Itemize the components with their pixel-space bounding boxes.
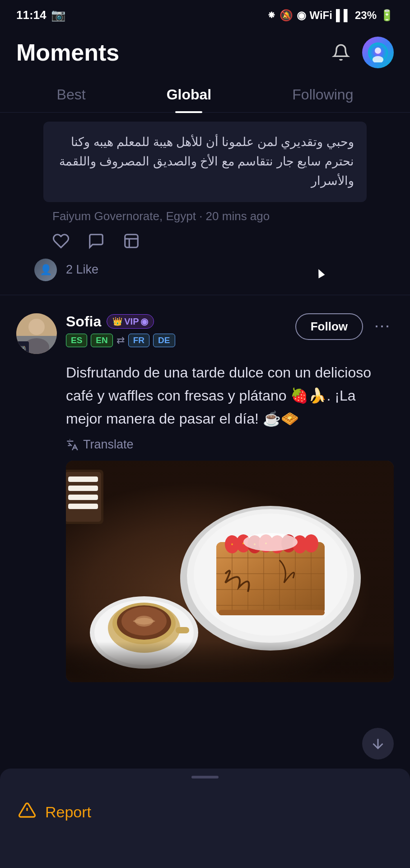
follow-button[interactable]: Follow [295,313,363,340]
tab-best[interactable]: Best [48,82,95,108]
lang-es-badge: ES [66,334,87,347]
svg-rect-17 [176,627,189,633]
sofia-post: 🎮 Sofia 👑 VIP ◉ ES EN ⇄ [0,304,410,692]
wifi-icon: WiFi [310,9,332,22]
svg-rect-52 [219,610,325,615]
lang-en-badge: EN [91,334,112,347]
vip-badge: 👑 VIP ◉ [107,314,154,329]
report-row[interactable]: Report [0,792,410,832]
share-button[interactable] [123,232,140,250]
location-icon: ◉ [297,9,306,22]
post-location: Faiyum Governorate, Egypt [52,209,196,223]
arabic-post-text: وحبي وتقديري لمن علمونا أن للأهل هيبة لل… [59,135,354,188]
post-header-actions: Follow ⋯ [295,313,394,340]
mute-icon: 🔕 [280,9,293,22]
svg-rect-22 [68,495,98,500]
page-title: Moments [16,39,119,66]
comment-button[interactable] [88,232,105,250]
sofia-post-text: Disfrutando de una tarde dulce con un de… [66,361,394,431]
post-separator: · [199,209,205,223]
tabs-container: Best Global Following [0,73,410,113]
top-post-partial: وحبي وتقديري لمن علمونا أن للأهل هيبة لل… [0,113,410,286]
notifications-button[interactable] [329,40,353,65]
bluetooth-icon: ⁕ [267,9,276,22]
battery-icon: 🔋 [380,9,394,22]
svg-rect-20 [68,476,98,482]
like-button[interactable] [52,232,70,250]
signal-icon: ▌▌ [336,9,351,22]
svg-point-5 [28,319,45,335]
translate-label: Translate [83,438,134,452]
svg-rect-3 [125,234,138,247]
post-location-time: Faiyum Governorate, Egypt · 20 mins ago [16,202,394,228]
svg-point-51 [243,533,298,551]
user-details: Sofia 👑 VIP ◉ ES EN ⇄ FR DE [66,313,175,347]
avatar-game-badge: 🎮 [16,341,29,354]
likes-row: 👤 2 Like [16,254,394,286]
bottom-sheet-handle [191,776,219,778]
post-actions [16,228,394,254]
sofia-username: Sofia [66,313,101,330]
sofia-post-image[interactable] [66,461,394,682]
status-bar: 11:14 📷 ⁕ 🔕 ◉ WiFi ▌▌ 23% 🔋 [0,0,410,28]
bottom-sheet: Report [0,769,410,868]
lang-arrow-icon: ⇄ [116,335,125,346]
lang-de-badge: DE [153,334,175,347]
more-options-button[interactable]: ⋯ [370,315,394,338]
user-name-row: Sofia 👑 VIP ◉ [66,313,175,330]
post-user-info: 🎮 Sofia 👑 VIP ◉ ES EN ⇄ [16,313,175,354]
svg-point-47 [231,543,233,545]
translate-row[interactable]: Translate [66,438,394,452]
time-display: 11:14 [16,8,47,22]
lang-fr-badge: FR [128,334,149,347]
crown-icon: 👑 [112,316,122,326]
post-header: 🎮 Sofia 👑 VIP ◉ ES EN ⇄ [16,313,394,354]
header-icons [329,37,394,68]
scroll-down-button[interactable] [362,728,394,760]
svg-rect-21 [68,486,98,491]
user-avatar-button[interactable] [362,37,394,68]
arabic-text-box: وحبي وتقديري لمن علمونا أن للأهل هيبة لل… [43,122,367,202]
tab-global[interactable]: Global [158,82,221,108]
svg-point-1 [375,47,381,54]
likes-count: 2 Like [66,263,98,277]
likes-avatar: 👤 [34,259,57,281]
post-divider [0,295,410,295]
vip-label: VIP [124,316,139,327]
svg-rect-53 [66,642,394,682]
header: Moments [0,28,410,73]
svg-point-46 [304,534,318,552]
report-warning-icon [18,801,36,823]
sofia-avatar[interactable]: 🎮 [16,313,57,354]
language-badges: ES EN ⇄ FR DE [66,334,175,347]
report-label: Report [45,803,91,821]
status-right: ⁕ 🔕 ◉ WiFi ▌▌ 23% 🔋 [267,9,394,22]
vip-circle-icon: ◉ [140,316,148,327]
status-left: 11:14 📷 [16,8,65,22]
battery-display: 23% [355,9,377,22]
content-area: وحبي وتقديري لمن علمونا أن للأهل هيبة لل… [0,113,410,822]
svg-point-16 [135,616,153,627]
tab-following[interactable]: Following [283,82,362,108]
svg-rect-23 [68,504,98,509]
post-time: 20 mins ago [206,209,270,223]
camera-icon: 📷 [51,8,65,22]
